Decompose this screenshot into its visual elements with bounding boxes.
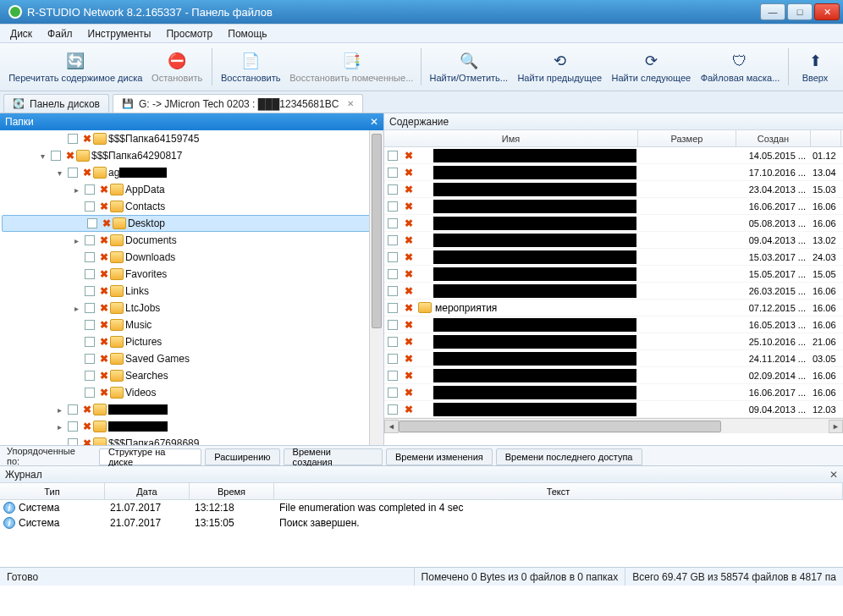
tree-row[interactable]: ▸✖ — [0, 401, 383, 418]
file-row[interactable]: ✖15.03.2017 ...24.03 — [384, 249, 843, 266]
maximize-button[interactable]: □ — [787, 3, 813, 20]
expander-icon[interactable]: ▸ — [71, 304, 81, 313]
row-checkbox[interactable] — [384, 168, 401, 178]
file-row[interactable]: ✖мероприятия07.12.2015 ...16.06 — [384, 300, 843, 316]
checkbox[interactable] — [51, 151, 61, 161]
row-checkbox[interactable] — [384, 303, 401, 313]
checkbox[interactable] — [85, 337, 95, 347]
tree-row[interactable]: ✖Desktop — [2, 215, 382, 232]
col-name[interactable]: Имя — [384, 130, 638, 146]
checkbox[interactable] — [68, 404, 78, 415]
close-button[interactable]: ✕ — [814, 3, 840, 20]
checkbox[interactable] — [85, 371, 95, 381]
journal-row[interactable]: iСистема21.07.201713:15:05Поиск завершен… — [0, 515, 843, 531]
tree-row[interactable]: ✖Favorites — [0, 266, 383, 283]
row-checkbox[interactable] — [384, 354, 401, 364]
scroll-thumb[interactable] — [372, 134, 382, 328]
grid-hscroll[interactable]: ◄ ► — [384, 418, 843, 433]
tool-find[interactable]: 🔍Найти/Отметить... — [425, 44, 513, 90]
file-row[interactable]: ✖05.08.2013 ...16.06 — [384, 215, 843, 232]
checkbox[interactable] — [85, 235, 95, 245]
tree-row[interactable]: ✖Saved Games — [0, 350, 383, 367]
col-size[interactable]: Размер — [638, 130, 736, 146]
checkbox[interactable] — [85, 388, 95, 398]
minimize-button[interactable]: — — [760, 3, 785, 20]
col-created[interactable]: Создан — [736, 130, 811, 146]
row-checkbox[interactable] — [384, 201, 401, 212]
checkbox[interactable] — [85, 320, 95, 330]
tool-find-next[interactable]: ⟳Найти следующее — [607, 44, 696, 90]
expander-icon[interactable]: ▾ — [54, 168, 64, 178]
file-row[interactable]: ✖26.03.2015 ...16.06 — [384, 283, 843, 300]
checkbox[interactable] — [85, 252, 95, 262]
sort-tab[interactable]: Расширению — [205, 448, 279, 465]
jcol-type[interactable]: Тип — [0, 483, 105, 499]
tree-row[interactable]: ✖Contacts — [0, 198, 383, 215]
tree-row[interactable]: ✖Videos — [0, 384, 383, 401]
menu-помощь[interactable]: Помощь — [221, 26, 273, 41]
checkbox[interactable] — [85, 286, 95, 296]
jcol-text[interactable]: Текст — [274, 483, 843, 499]
menu-файл[interactable]: Файл — [41, 26, 80, 41]
folder-tree[interactable]: ✖$$$Папка64159745▾✖$$$Папка64290817▾✖ag▸… — [0, 130, 383, 445]
tree-row[interactable]: ▸✖ — [0, 418, 383, 435]
file-row[interactable]: ✖09.04.2013 ...13.02 — [384, 232, 843, 249]
checkbox[interactable] — [68, 421, 78, 432]
tool-recover[interactable]: 📄Восстановить — [216, 44, 286, 90]
tool-find-prev[interactable]: ⟲Найти предыдущее — [513, 44, 607, 90]
row-checkbox[interactable] — [384, 252, 401, 262]
menu-просмотр[interactable]: Просмотр — [159, 26, 219, 41]
tool-up[interactable]: ⬆Вверх — [792, 44, 838, 90]
checkbox[interactable] — [85, 354, 95, 364]
checkbox[interactable] — [68, 168, 78, 178]
file-row[interactable]: ✖16.06.2017 ...16.06 — [384, 198, 843, 215]
tool-reread[interactable]: 🔄Перечитать содержимое диска — [5, 44, 146, 90]
row-checkbox[interactable] — [384, 337, 401, 347]
file-row[interactable]: ✖15.05.2017 ...15.05 — [384, 266, 843, 283]
file-row[interactable]: ✖17.10.2016 ...13.04 — [384, 164, 843, 181]
file-row[interactable]: ✖14.05.2015 ...01.12 — [384, 147, 843, 164]
tree-row[interactable]: ▸✖AppData — [0, 181, 383, 198]
scroll-right-icon[interactable]: ► — [829, 420, 843, 433]
tree-scrollbar[interactable] — [369, 130, 383, 445]
row-checkbox[interactable] — [384, 184, 401, 195]
checkbox[interactable] — [85, 303, 95, 313]
checkbox[interactable] — [87, 218, 97, 228]
tree-row[interactable]: ▸✖Documents — [0, 232, 383, 249]
expander-icon[interactable]: ▸ — [71, 236, 81, 245]
jcol-date[interactable]: Дата — [105, 483, 190, 499]
checkbox[interactable] — [68, 438, 78, 445]
sort-tab[interactable]: Времени создания — [284, 448, 383, 465]
row-checkbox[interactable] — [384, 151, 401, 161]
expander-icon[interactable]: ▾ — [37, 151, 47, 161]
checkbox[interactable] — [85, 201, 95, 212]
file-row[interactable]: ✖02.09.2014 ...16.06 — [384, 367, 843, 384]
checkbox[interactable] — [85, 269, 95, 279]
tab-drive[interactable]: 💾 G: -> JMicron Tech 0203 : ███12345681B… — [113, 94, 363, 113]
file-row[interactable]: ✖24.11.2014 ...03.05 — [384, 350, 843, 367]
tab-close-icon[interactable]: ✕ — [347, 99, 354, 108]
tree-row[interactable]: ▸✖LtcJobs — [0, 300, 383, 316]
hscroll-thumb[interactable] — [399, 421, 721, 432]
jcol-time[interactable]: Время — [190, 483, 274, 499]
journal-close-icon[interactable]: ✕ — [829, 469, 838, 481]
file-row[interactable]: ✖09.04.2013 ...12.03 — [384, 401, 843, 418]
expander-icon[interactable]: ▸ — [71, 185, 81, 195]
menu-инструменты[interactable]: Инструменты — [81, 26, 158, 41]
menu-диск[interactable]: Диск — [3, 26, 39, 41]
tree-row[interactable]: ✖Music — [0, 316, 383, 333]
row-checkbox[interactable] — [384, 269, 401, 279]
expander-icon[interactable]: ▸ — [54, 405, 64, 415]
file-row[interactable]: ✖16.05.2013 ...16.06 — [384, 316, 843, 333]
tree-row[interactable]: ✖Pictures — [0, 333, 383, 350]
tree-row[interactable]: ✖$$$Папка67698689 — [0, 435, 383, 445]
row-checkbox[interactable] — [384, 404, 401, 415]
tree-row[interactable]: ▾✖$$$Папка64290817 — [0, 147, 383, 164]
tree-row[interactable]: ✖$$$Папка64159745 — [0, 130, 383, 147]
tool-mask[interactable]: 🛡Файловая маска... — [696, 44, 785, 90]
checkbox[interactable] — [68, 134, 78, 144]
tree-row[interactable]: ✖Links — [0, 283, 383, 300]
folders-close-icon[interactable]: ✕ — [370, 116, 378, 128]
file-row[interactable]: ✖23.04.2013 ...15.03 — [384, 181, 843, 198]
scroll-left-icon[interactable]: ◄ — [384, 420, 399, 433]
